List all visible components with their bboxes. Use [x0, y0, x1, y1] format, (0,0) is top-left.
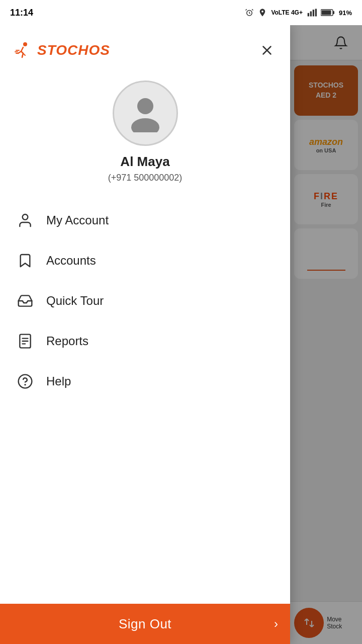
my-account-label: My Account: [46, 213, 109, 227]
accounts-icon: [16, 252, 34, 270]
user-phone: (+971 500000002): [108, 173, 183, 183]
logo-container: STOCHOS: [12, 40, 110, 60]
svg-rect-2: [310, 12, 312, 17]
user-name: Al Maya: [120, 154, 169, 170]
close-drawer-button[interactable]: [256, 39, 278, 61]
quick-tour-label: Quick Tour: [46, 294, 104, 308]
status-bar: 11:14 VoLTE 4G+ 91%: [0, 0, 362, 25]
drawer-header: STOCHOS: [0, 25, 290, 65]
logo-text: STOCHOS: [37, 42, 110, 58]
help-circle-menu-icon: [17, 373, 33, 389]
sidebar-item-quick-tour[interactable]: Quick Tour: [0, 281, 290, 321]
network-type: VoLTE 4G+: [271, 9, 303, 16]
logo-icon: [12, 40, 32, 60]
battery-percent: 91%: [339, 9, 352, 17]
svg-rect-1: [308, 13, 309, 17]
avatar-icon: [125, 92, 165, 134]
bookmark-menu-icon: [17, 253, 33, 269]
svg-rect-7: [321, 11, 331, 15]
runner-icon: [12, 40, 32, 60]
sidebar-item-accounts[interactable]: Accounts: [0, 240, 290, 281]
avatar: [113, 80, 178, 146]
reports-icon: [16, 332, 34, 350]
battery-icon: [321, 9, 335, 17]
help-label: Help: [46, 374, 71, 388]
drawer-overlay[interactable]: [290, 25, 362, 644]
person-menu-icon: [17, 212, 33, 228]
user-profile-section: Al Maya (+971 500000002): [0, 65, 290, 195]
menu-list: My Account Accounts Quick Tour: [0, 195, 290, 604]
person-icon: [125, 92, 165, 132]
svg-point-11: [137, 98, 153, 114]
svg-rect-3: [313, 10, 314, 16]
help-icon: [16, 372, 34, 390]
signal-icon: [307, 9, 317, 17]
my-account-icon: [16, 211, 34, 229]
inbox-menu-icon: [17, 293, 33, 309]
accounts-label: Accounts: [46, 254, 96, 268]
svg-point-18: [19, 375, 32, 388]
status-time: 11:14: [10, 8, 33, 18]
reports-label: Reports: [46, 334, 88, 348]
side-drawer: STOCHOS Al Maya (+971 500000002): [0, 25, 290, 644]
svg-point-8: [23, 42, 27, 46]
alarm-icon: [245, 8, 254, 17]
svg-rect-6: [333, 11, 334, 14]
sidebar-item-help[interactable]: Help: [0, 361, 290, 401]
quick-tour-icon: [16, 292, 34, 310]
sign-out-arrow-icon: ›: [274, 617, 278, 631]
sign-out-button[interactable]: Sign Out ›: [0, 604, 290, 644]
sidebar-item-reports[interactable]: Reports: [0, 321, 290, 361]
svg-rect-4: [315, 9, 317, 17]
document-menu-icon: [17, 333, 33, 349]
svg-point-12: [131, 118, 159, 132]
sidebar-item-my-account[interactable]: My Account: [0, 200, 290, 240]
sign-out-label: Sign Out: [119, 616, 171, 632]
location-icon: [258, 8, 267, 17]
close-icon: [259, 43, 275, 58]
svg-point-13: [23, 214, 28, 220]
status-icons: VoLTE 4G+ 91%: [245, 8, 352, 17]
